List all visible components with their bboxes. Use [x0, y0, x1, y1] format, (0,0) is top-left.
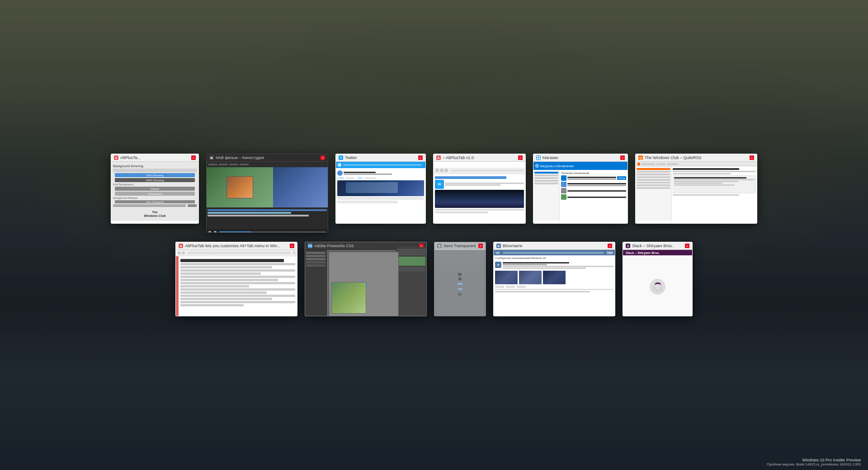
article-body	[176, 256, 297, 316]
window-store[interactable]: Магазин × Загрузка и обновления	[533, 154, 628, 224]
store-check-label: Проверка обновлений	[561, 172, 626, 174]
rss-body-area	[636, 166, 757, 221]
svg-rect-2	[537, 158, 538, 160]
store-update-btn[interactable]: Обнов	[617, 176, 626, 180]
close-button-article[interactable]: ×	[290, 244, 294, 248]
rss-toolbar-bar	[636, 162, 757, 166]
content-fireworks: Fw	[305, 250, 426, 316]
close-button-altplustab-v1[interactable]: ×	[518, 155, 523, 160]
vk-actions	[495, 286, 613, 288]
rss-articles-panel	[672, 166, 757, 221]
content-article	[176, 250, 297, 316]
slack-loading-indicator	[650, 279, 665, 295]
app-icon-article: A	[179, 244, 183, 248]
vk-post-item: W	[495, 262, 613, 269]
twitter-feed: 1,234Tweets 567Following	[336, 168, 425, 221]
altplustab-label-bg: background Window	[113, 197, 197, 199]
title-vkontakte: ВКонтакте	[503, 244, 606, 248]
content-altplustab-v1: W	[434, 162, 525, 221]
window-slack[interactable]: S Slack – Shiryaev Bros. × Slack – Shiry…	[623, 242, 693, 316]
article-text-area	[179, 256, 297, 316]
svg-rect-6	[536, 166, 537, 168]
windows-row-1: A AltPlusTa... × Background Dimming 50% …	[111, 154, 757, 233]
title-quitrss: The Windows Club – QuiteRSS	[645, 155, 748, 160]
altplusv1-content: W	[434, 174, 525, 216]
close-button-store[interactable]: ×	[620, 155, 625, 160]
fw-canvas-area: Fw	[327, 250, 426, 316]
app-icon-slack: S	[626, 244, 630, 248]
svg-rect-1	[539, 156, 541, 158]
titlebar-semi: S Semi Transparent ×	[434, 242, 486, 250]
titlebar-slack: S Slack – Shiryaev Bros. ×	[623, 242, 692, 250]
content-vkontakte: VK Поиск Сообщество пользователей Window…	[494, 250, 615, 316]
window-twitter[interactable]: T Twitter × t	[335, 154, 426, 224]
window-vkontakte[interactable]: В ВКонтакте × VK Поиск Сообщество пользо…	[493, 242, 615, 316]
altplusv1-car	[435, 190, 524, 208]
altplustab-heading: Background Dimming	[113, 164, 197, 168]
slack-workspace-name: Slack – Shiryaev Bros.	[626, 251, 660, 254]
fw-tools-panel	[305, 250, 327, 316]
titlebar-twitter: T Twitter ×	[336, 154, 425, 162]
title-movie: Мой фильм – Киностудия	[216, 155, 319, 160]
vk-images-row	[495, 271, 613, 284]
semi-controls: 50% 75%	[455, 250, 465, 316]
vk-nav: VK Поиск	[494, 250, 615, 255]
close-button-quitrss[interactable]: ×	[750, 155, 754, 160]
app-icon-vkontakte: В	[496, 244, 501, 248]
store-header-bar: Загрузка и обновления	[533, 162, 627, 170]
app-icon-movie: M	[209, 155, 214, 160]
titlebar-store: Магазин ×	[533, 154, 627, 162]
app-icon-twitter: T	[339, 155, 343, 160]
title-altplustab: AltPlusTa...	[120, 155, 189, 160]
windows-row-2: A AltPlusTab lets you customize Alt+Tab …	[175, 242, 693, 316]
titlebar-article: A AltPlusTab lets you customize Alt+Tab …	[176, 242, 297, 250]
content-twitter: t 1,234Tweets 567Following	[336, 162, 425, 221]
movie-toolbar	[207, 162, 328, 167]
rss-article-preview	[673, 175, 756, 193]
svg-rect-4	[536, 164, 537, 166]
close-button-movie[interactable]: ×	[321, 155, 325, 160]
close-button-slack[interactable]: ×	[685, 244, 689, 248]
content-semi: 50% 75%	[434, 250, 486, 316]
store-right-content: Проверка обновлений Обнов	[560, 170, 627, 221]
window-altplustab[interactable]: A AltPlusTa... × Background Dimming 50% …	[111, 154, 199, 224]
close-button-semi[interactable]: ×	[478, 244, 483, 248]
vk-feed: W	[494, 261, 615, 316]
app-icon-store	[536, 155, 541, 160]
alttab-switcher: A AltPlusTa... × Background Dimming 50% …	[0, 0, 868, 470]
title-slack: Slack – Shiryaev Bros.	[632, 244, 683, 248]
window-quitrss[interactable]: Q The Windows Club – QuiteRSS ×	[635, 154, 757, 224]
titlebar-movie: M Мой фильм – Киностудия ×	[207, 154, 328, 162]
vk-post-title: Сообщество пользователей Windows 10	[494, 255, 615, 261]
app-icon-altplustab: A	[114, 155, 118, 160]
store-body: Проверка обновлений Обнов	[533, 170, 627, 221]
twitter-car-image	[337, 180, 424, 196]
window-altplustab-v1[interactable]: A – AltPlusTab v1.0 × W	[433, 154, 526, 224]
fw-document-canvas: Fw	[329, 252, 399, 316]
window-movie[interactable]: M Мой фильм – Киностудия ×	[206, 154, 328, 233]
titlebar-altplustab: A AltPlusTa... ×	[111, 154, 198, 162]
rss-feeds-panel	[636, 166, 672, 221]
movie-preview	[207, 167, 328, 207]
app-icon-semi: S	[437, 244, 442, 248]
close-button-altplustab[interactable]: ×	[191, 155, 196, 160]
window-fireworks[interactable]: Fw Adobe Fireworks CS6 ×	[305, 242, 427, 316]
app-icon-quitrss: Q	[638, 155, 643, 160]
titlebar-altplustab-v1: A – AltPlusTab v1.0 ×	[434, 154, 525, 162]
twitter-header: t	[336, 162, 425, 168]
svg-rect-3	[539, 158, 541, 160]
content-movie	[207, 162, 328, 233]
svg-rect-7	[538, 166, 539, 168]
svg-rect-0	[537, 156, 538, 158]
altplustab-label-grid: Grid Background	[113, 183, 197, 186]
titlebar-vkontakte: В ВКонтакте ×	[494, 242, 615, 250]
titlebar-quitrss: Q The Windows Club – QuiteRSS ×	[636, 154, 757, 162]
window-semi-transparent[interactable]: S Semi Transparent × 50% 75%	[434, 242, 486, 316]
close-button-vkontakte[interactable]: ×	[608, 244, 612, 248]
svg-rect-5	[538, 164, 539, 166]
window-article[interactable]: A AltPlusTab lets you customize Alt+Tab …	[175, 242, 297, 316]
close-button-twitter[interactable]: ×	[418, 155, 423, 160]
content-store: Загрузка и обновления Проверка обновлени…	[533, 162, 627, 221]
fw-properties-panel	[396, 250, 426, 316]
title-altplustab-v1: – AltPlusTab v1.0	[443, 155, 516, 160]
